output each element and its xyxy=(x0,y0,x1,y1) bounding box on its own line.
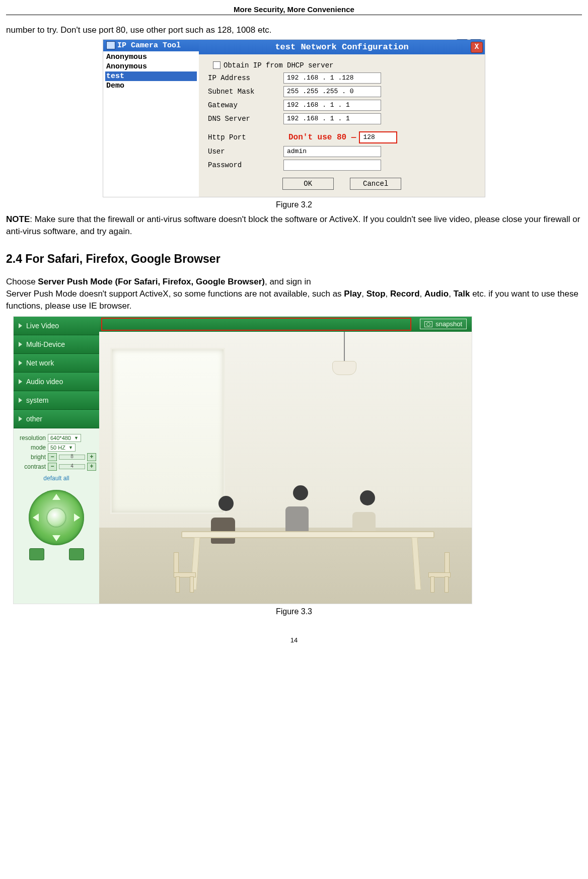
dns-field[interactable]: 192 .168 . 1 . 1 xyxy=(283,113,381,124)
figure-3-2-caption: Figure 3.2 xyxy=(6,200,582,209)
left-nav-panel: Live Video Multi-Device Net work Audio v… xyxy=(14,317,99,604)
triangle-icon xyxy=(19,342,22,347)
highlight-box xyxy=(101,318,411,331)
snapshot-label: snapshot xyxy=(435,320,462,328)
mask-label: Subnet Mask xyxy=(208,88,283,96)
nav-live-video[interactable]: Live Video xyxy=(14,317,99,335)
server-push-paragraph: Choose Server Push Mode (For Safari, Fir… xyxy=(6,276,582,312)
ptz-up[interactable] xyxy=(52,494,60,500)
bright-plus[interactable]: + xyxy=(87,453,96,461)
resolution-select[interactable]: 640*480▼ xyxy=(48,434,81,442)
nav-system[interactable]: system xyxy=(14,391,99,410)
chevron-down-icon: ▼ xyxy=(74,435,79,441)
default-all-link[interactable]: default all xyxy=(17,475,96,482)
mode-select[interactable]: 50 HZ▼ xyxy=(48,444,76,452)
triangle-icon xyxy=(19,416,22,421)
ip-label: IP Address xyxy=(208,74,283,82)
contrast-minus[interactable]: − xyxy=(48,463,57,471)
contrast-plus[interactable]: + xyxy=(87,463,96,471)
nav-other[interactable]: other xyxy=(14,410,99,428)
nav-network[interactable]: Net work xyxy=(14,354,99,373)
gateway-field[interactable]: 192 .168 . 1 . 1 xyxy=(283,100,381,111)
aux-button-2[interactable] xyxy=(69,548,84,560)
user-label: User xyxy=(208,148,283,156)
resolution-label: resolution xyxy=(17,434,46,442)
close-button[interactable]: X xyxy=(471,42,483,53)
note-label: NOTE xyxy=(6,214,30,224)
chevron-down-icon: ▼ xyxy=(68,445,73,450)
bright-slider[interactable]: 8 xyxy=(59,455,85,460)
section-heading: 2.4 For Safari, Firefox, Google Browser xyxy=(6,252,582,266)
camera-list-item-selected[interactable]: test xyxy=(105,71,197,81)
nav-label: other xyxy=(26,415,42,423)
camera-list-item[interactable]: Demo xyxy=(105,81,197,91)
password-label: Password xyxy=(208,161,283,169)
note-paragraph: NOTE: Make sure that the firewall or ant… xyxy=(6,213,582,238)
nav-label: Audio video xyxy=(26,378,63,386)
dialog-titlebar: test Network Configuration X xyxy=(199,40,485,54)
bright-minus[interactable]: − xyxy=(48,453,57,461)
dns-label: DNS Server xyxy=(208,115,283,123)
bright-value: 8 xyxy=(70,454,74,459)
page-number: 14 xyxy=(6,636,582,644)
ptz-down[interactable] xyxy=(52,535,60,541)
nav-multi-device[interactable]: Multi-Device xyxy=(14,335,99,354)
port-warning: Don't use 80 — xyxy=(288,133,356,142)
dialog-title: test Network Configuration xyxy=(275,42,408,52)
gateway-label: Gateway xyxy=(208,101,283,109)
bright-label: bright xyxy=(17,454,46,461)
user-field[interactable]: admin xyxy=(283,146,381,157)
figure-3-3-caption: Figure 3.3 xyxy=(6,607,582,616)
page-header: More Security, More Convenience xyxy=(6,5,582,15)
ptz-control xyxy=(29,490,84,545)
camera-list-item[interactable]: Anonymous xyxy=(105,52,197,62)
port-label: Http Port xyxy=(208,133,283,141)
triangle-icon xyxy=(19,398,22,403)
contrast-label: contrast xyxy=(17,463,46,470)
triangle-icon xyxy=(19,360,22,365)
camera-icon xyxy=(424,321,432,327)
ptz-left[interactable] xyxy=(33,514,39,522)
figure-3-3: Live Video Multi-Device Net work Audio v… xyxy=(13,316,472,604)
ip-field[interactable]: 192 .168 . 1 .128 xyxy=(283,72,381,84)
contrast-slider[interactable]: 4 xyxy=(59,464,85,469)
dhcp-checkbox[interactable] xyxy=(213,61,220,69)
mask-field[interactable]: 255 .255 .255 . 0 xyxy=(283,86,381,97)
port-field[interactable]: 128 xyxy=(359,131,397,143)
camera-list[interactable]: Anonymous Anonymous test Demo xyxy=(103,51,199,92)
camera-list-item[interactable]: Anonymous xyxy=(105,62,197,71)
app-icon xyxy=(106,41,115,49)
nav-audio-video[interactable]: Audio video xyxy=(14,373,99,391)
contrast-value: 4 xyxy=(70,463,74,469)
triangle-icon xyxy=(19,323,22,328)
video-placeholder xyxy=(99,332,472,604)
ip-camera-tool-titlebar: IP Camera Tool xyxy=(103,40,199,51)
cancel-button[interactable]: Cancel xyxy=(350,178,401,190)
intro-text: number to try. Don't use port 80, use ot… xyxy=(6,24,582,36)
snapshot-button[interactable]: snapshot xyxy=(420,319,467,329)
ok-button[interactable]: OK xyxy=(282,178,334,190)
nav-label: Net work xyxy=(26,359,54,367)
note-text: : Make sure that the firewall or anti-vi… xyxy=(6,214,580,236)
aux-button-1[interactable] xyxy=(29,548,44,560)
mode-label: mode xyxy=(17,444,46,451)
video-topbar: snapshot xyxy=(99,317,472,332)
ptz-center[interactable] xyxy=(47,508,65,527)
triangle-icon xyxy=(19,379,22,384)
video-area: snapshot xyxy=(99,317,472,604)
nav-label: Live Video xyxy=(26,322,59,330)
dhcp-label: Obtain IP from DHCP server xyxy=(224,61,333,69)
ptz-right[interactable] xyxy=(74,514,80,522)
nav-label: Multi-Device xyxy=(26,340,65,348)
password-field[interactable] xyxy=(283,160,381,171)
control-panel: resolution 640*480▼ mode 50 HZ▼ bright −… xyxy=(14,428,99,604)
nav-label: system xyxy=(26,396,48,404)
ip-camera-tool-title: IP Camera Tool xyxy=(117,41,181,50)
figure-3-2: IP Camera Tool Anonymous Anonymous test … xyxy=(103,39,485,197)
